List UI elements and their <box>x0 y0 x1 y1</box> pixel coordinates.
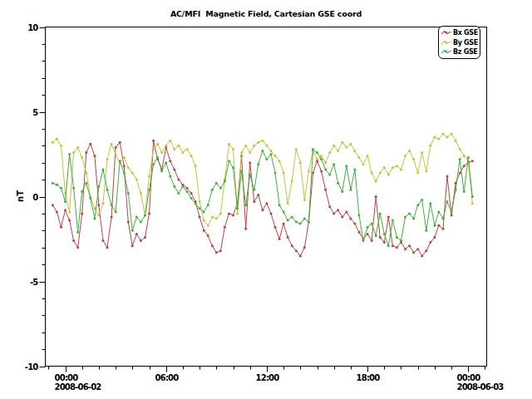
data-point <box>358 231 361 234</box>
data-point <box>186 187 189 190</box>
data-point <box>291 244 293 247</box>
data-point <box>270 153 273 155</box>
data-point <box>72 239 75 242</box>
data-point <box>81 190 83 193</box>
data-point <box>131 171 134 174</box>
data-point <box>232 148 234 150</box>
data-point <box>421 199 423 201</box>
series-line-bz <box>52 149 472 245</box>
data-point <box>190 197 193 200</box>
data-point <box>131 244 134 247</box>
data-point <box>396 165 398 167</box>
data-point <box>215 218 218 220</box>
data-point <box>244 228 247 230</box>
data-point <box>437 138 440 140</box>
data-point <box>224 180 226 183</box>
data-point <box>332 145 335 147</box>
data-point <box>68 210 71 213</box>
data-point <box>169 160 171 162</box>
data-point <box>328 174 331 176</box>
legend-label: Bx GSE <box>453 29 478 37</box>
legend-line-sample <box>441 49 451 55</box>
data-point <box>102 202 105 204</box>
data-point <box>52 182 54 185</box>
data-point <box>148 175 150 178</box>
data-point <box>332 163 335 165</box>
data-point <box>392 219 394 222</box>
data-point <box>115 210 117 213</box>
data-point <box>463 165 466 167</box>
data-point <box>278 160 281 162</box>
data-point <box>429 145 431 147</box>
data-point <box>111 216 113 219</box>
data-point <box>195 165 197 167</box>
data-point <box>106 158 109 160</box>
data-point <box>257 141 259 144</box>
chart-canvas: 1050-5-1000:002008-06-0206:0012:0018:000… <box>0 0 532 399</box>
data-point <box>270 212 273 214</box>
data-point <box>207 234 209 237</box>
data-point <box>123 156 126 159</box>
data-point <box>76 146 79 149</box>
data-point <box>433 236 436 239</box>
data-point <box>396 236 398 239</box>
data-point <box>236 207 239 209</box>
data-point <box>173 168 175 170</box>
data-point <box>203 219 205 222</box>
data-point <box>253 145 255 147</box>
data-point <box>353 150 356 152</box>
data-point <box>148 212 150 214</box>
data-point <box>135 179 138 181</box>
data-point <box>60 226 62 229</box>
data-point <box>111 204 113 206</box>
legend-line-sample <box>441 40 451 46</box>
data-point <box>203 210 205 213</box>
data-point <box>312 171 314 174</box>
data-point <box>328 151 331 154</box>
data-point <box>257 163 259 165</box>
data-point <box>345 146 347 149</box>
data-point <box>446 200 449 203</box>
data-point <box>408 244 411 247</box>
data-point <box>358 156 361 159</box>
data-point <box>52 141 54 144</box>
data-point <box>89 197 91 200</box>
data-point <box>224 226 226 229</box>
data-point <box>387 174 390 176</box>
data-point <box>299 254 302 257</box>
legend-entry: By GSE <box>441 38 478 47</box>
data-point <box>433 224 436 227</box>
data-point <box>308 170 310 172</box>
data-point <box>203 229 205 232</box>
data-point <box>56 138 58 140</box>
data-point <box>324 161 327 164</box>
data-point <box>379 212 382 214</box>
data-point <box>173 185 175 188</box>
data-point <box>320 158 323 160</box>
data-point <box>442 218 445 220</box>
data-point <box>68 153 71 155</box>
data-point <box>211 189 214 191</box>
data-point <box>412 251 415 254</box>
data-point <box>404 155 406 157</box>
data-point <box>299 223 302 225</box>
data-point <box>371 239 373 242</box>
data-point <box>81 212 83 214</box>
data-point <box>463 155 466 157</box>
data-point <box>232 214 234 216</box>
data-point <box>257 194 259 196</box>
data-point <box>195 202 197 204</box>
legend-label: By GSE <box>453 39 478 47</box>
data-point <box>337 182 339 185</box>
data-point <box>353 168 356 170</box>
data-point <box>106 246 109 249</box>
data-point <box>383 166 386 169</box>
data-point <box>97 214 100 216</box>
data-point <box>446 136 449 139</box>
data-point <box>332 212 335 214</box>
data-point <box>270 150 273 152</box>
data-point <box>165 161 167 164</box>
data-point <box>249 174 251 176</box>
data-point <box>76 231 79 234</box>
data-point <box>396 246 398 249</box>
